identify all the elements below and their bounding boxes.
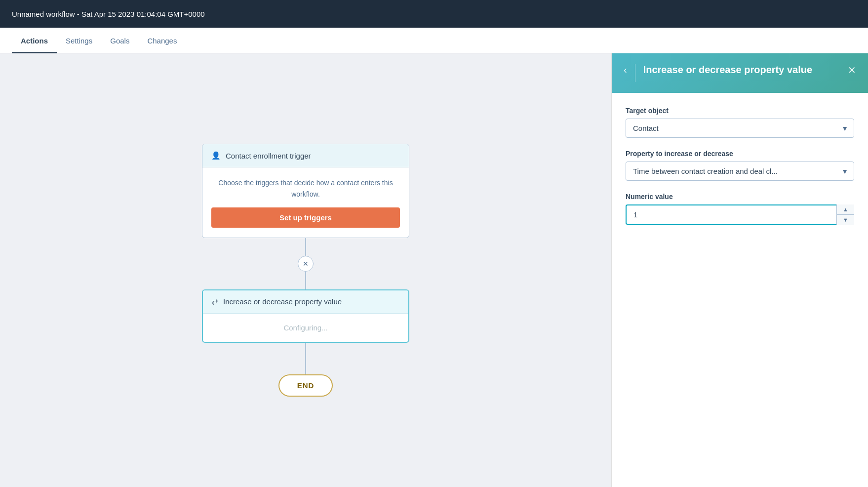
chevron-up-icon: ▲: [843, 206, 848, 212]
trigger-card-header: 👤 Contact enrollment trigger: [202, 144, 409, 167]
trigger-card-title: Contact enrollment trigger: [226, 152, 311, 160]
action-card-title: Increase or decrease property value: [223, 297, 342, 306]
panel-body: Target object Contact Company Deal ▼ Pro…: [612, 93, 868, 487]
action-card[interactable]: ⇄ Increase or decrease property value Co…: [202, 289, 409, 343]
cycle-icon: ⇄: [212, 297, 218, 306]
panel-header: ‹ Increase or decrease property value ✕: [612, 53, 868, 93]
chevron-down-icon: ▼: [843, 217, 848, 223]
target-object-select-wrapper: Contact Company Deal ▼: [626, 119, 854, 138]
person-icon: 👤: [211, 151, 221, 160]
panel-close-button[interactable]: ✕: [848, 64, 856, 76]
numeric-value-input[interactable]: [626, 204, 854, 225]
target-object-label: Target object: [626, 107, 854, 115]
action-card-body: Configuring...: [203, 314, 408, 342]
tab-goals[interactable]: Goals: [101, 30, 138, 53]
tab-actions[interactable]: Actions: [12, 30, 57, 53]
end-node: END: [278, 374, 333, 397]
tabbar: Actions Settings Goals Changes: [0, 28, 868, 53]
numeric-spinners: ▲ ▼: [836, 204, 854, 225]
spinner-up-button[interactable]: ▲: [837, 204, 854, 215]
action-card-header: ⇄ Increase or decrease property value: [203, 290, 408, 314]
property-select[interactable]: Time between contact creation and deal c…: [626, 162, 854, 181]
canvas-inner: 👤 Contact enrollment trigger Choose the …: [202, 144, 409, 397]
panel-separator: [635, 64, 635, 82]
trigger-body-text: Choose the triggers that decide how a co…: [218, 179, 393, 198]
tab-changes[interactable]: Changes: [138, 30, 186, 53]
numeric-value-label: Numeric value: [626, 193, 854, 201]
close-icon: ✕: [303, 260, 309, 268]
right-panel: ‹ Increase or decrease property value ✕ …: [611, 53, 868, 487]
main-layout: 👤 Contact enrollment trigger Choose the …: [0, 53, 868, 487]
connector-mid: [305, 272, 306, 289]
panel-header-left: ‹ Increase or decrease property value: [624, 63, 812, 82]
panel-title: Increase or decrease property value: [643, 63, 812, 76]
end-label: END: [297, 381, 315, 390]
action-body-text: Configuring...: [283, 324, 327, 332]
setup-triggers-button[interactable]: Set up triggers: [211, 207, 400, 228]
trigger-card-body: Choose the triggers that decide how a co…: [202, 167, 409, 238]
property-label: Property to increase or decrease: [626, 150, 854, 158]
tab-settings[interactable]: Settings: [57, 30, 101, 53]
spinner-down-button[interactable]: ▼: [837, 215, 854, 225]
delete-action-button[interactable]: ✕: [298, 256, 314, 272]
connector-top: [305, 238, 306, 256]
trigger-card: 👤 Contact enrollment trigger Choose the …: [202, 144, 409, 238]
numeric-value-wrapper: ▲ ▼: [626, 204, 854, 225]
workflow-canvas: 👤 Contact enrollment trigger Choose the …: [0, 53, 611, 487]
connector-bottom: [305, 343, 306, 374]
topbar: Unnamed workflow - Sat Apr 15 2023 01:04…: [0, 0, 868, 28]
panel-back-button[interactable]: ‹: [624, 64, 627, 76]
target-object-select[interactable]: Contact Company Deal: [626, 119, 854, 138]
workflow-title: Unnamed workflow - Sat Apr 15 2023 01:04…: [12, 10, 205, 18]
property-select-wrapper: Time between contact creation and deal c…: [626, 162, 854, 181]
